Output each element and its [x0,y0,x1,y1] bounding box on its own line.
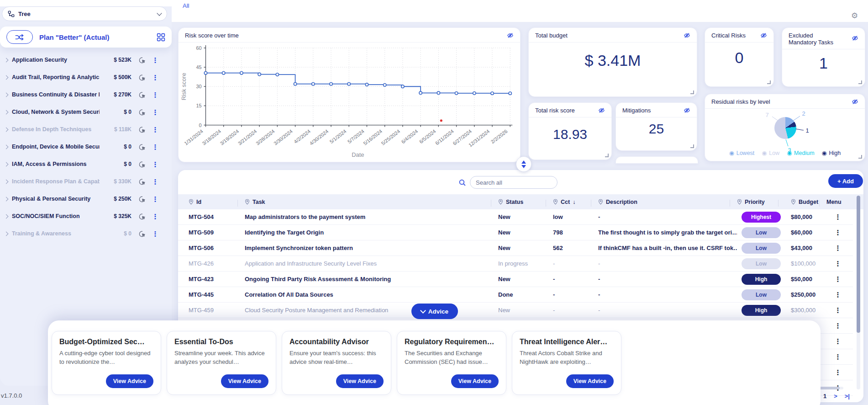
impact-pointer-icon[interactable] [138,143,146,151]
table-row[interactable]: MTG-445 Correlation Of All Data Sources … [178,287,853,303]
impact-pointer-icon[interactable] [138,56,146,64]
sidebar-item[interactable]: Defense In Depth Techniques $ 118K ⋮ [0,121,172,138]
table-row[interactable]: MTG-459 Cloud Security Posture Managemen… [178,303,853,318]
sidebar-item[interactable]: Business Continuity & Disaster Recovery … [0,86,172,103]
sort-desc-icon[interactable]: ↓ [573,199,575,205]
sidebar-item[interactable]: SOC/NOC/SIEM Function $ 325K ⋮ [0,208,172,225]
impact-pointer-icon[interactable] [138,126,146,133]
shuffle-plan-button[interactable] [6,30,33,44]
hide-widget-icon[interactable] [684,107,690,114]
kebab-menu-icon[interactable]: ⋮ [150,126,161,133]
sidebar-item[interactable]: Cloud, Network & System Security $ 0 ⋮ [0,103,172,121]
view-selector[interactable]: Tree [2,6,167,21]
impact-pointer-icon[interactable] [138,91,146,99]
hide-widget-icon[interactable] [760,32,767,39]
legend-item[interactable]: ◉ High [822,149,841,156]
chevron-right-icon[interactable] [4,214,9,218]
column-header-id[interactable]: Id [189,199,245,205]
sidebar-item[interactable]: IAM, Access & Permissions $ 0 ⋮ [0,155,172,173]
hide-widget-icon[interactable] [598,107,605,114]
advice-toggle-button[interactable]: Advice [411,304,458,319]
kebab-menu-icon[interactable]: ⋮ [150,74,161,81]
kebab-menu-icon[interactable]: ⋮ [150,196,161,202]
row-menu-icon[interactable]: ⋮ [835,369,842,376]
table-row[interactable]: MTG-509 Identifying the Target Origin Ne… [178,225,853,240]
view-advice-button[interactable]: View Advice [221,374,268,388]
scrollbar-thumb[interactable] [857,196,860,333]
view-advice-button[interactable]: View Advice [566,374,614,388]
chevron-right-icon[interactable] [4,92,9,97]
view-advice-button[interactable]: View Advice [336,374,384,388]
chevron-right-icon[interactable] [4,110,9,114]
row-menu-icon[interactable]: ⋮ [835,229,842,236]
impact-pointer-icon[interactable] [138,108,146,116]
legend-item[interactable]: ◉ Medium [787,149,814,156]
table-row[interactable]: MTG-506 Implement Synchronizer token pat… [178,240,853,256]
row-menu-icon[interactable]: ⋮ [835,276,842,282]
table-row[interactable]: MTG-504 Map administrators to the paymen… [178,209,853,225]
kebab-menu-icon[interactable]: ⋮ [150,144,161,150]
chevron-right-icon[interactable] [4,127,9,132]
search-input[interactable] [470,176,558,189]
kebab-menu-icon[interactable]: ⋮ [150,213,161,220]
kebab-menu-icon[interactable]: ⋮ [150,91,161,98]
column-header-task[interactable]: Task [245,199,498,205]
hide-widget-icon[interactable] [684,32,690,39]
impact-pointer-icon[interactable] [138,160,146,168]
kebab-menu-icon[interactable]: ⋮ [150,109,161,116]
page-number[interactable]: 1 [823,393,826,400]
column-header-cct[interactable]: Cct↓ [553,199,598,205]
column-header-status[interactable]: Status [498,199,553,205]
view-advice-button[interactable]: View Advice [106,374,153,388]
chevron-right-icon[interactable] [4,144,9,149]
hide-widget-icon[interactable] [507,32,514,39]
panel-resize-spinner[interactable] [516,156,531,172]
row-menu-icon[interactable]: ⋮ [835,322,842,329]
kebab-menu-icon[interactable]: ⋮ [150,161,161,168]
table-row[interactable]: MTG-426 Application and Infrastructure S… [178,256,853,272]
impact-pointer-icon[interactable] [138,195,146,203]
sidebar-item[interactable]: Incident Response Plan & Capabilities $ … [0,173,172,190]
last-page-icon[interactable]: >| [845,393,850,400]
hide-widget-icon[interactable] [852,35,858,42]
add-button[interactable]: + Add [828,174,863,188]
legend-item[interactable]: ◉ Lowest [729,149,755,156]
sidebar-item[interactable]: Audit Trail, Reporting & Analytics $ 500… [0,69,172,86]
row-menu-icon[interactable]: ⋮ [835,291,842,298]
grid-view-icon[interactable] [157,33,165,42]
gear-icon[interactable]: ⚙ [851,11,858,21]
impact-pointer-icon[interactable] [138,178,146,186]
table-row[interactable]: MTG-423 Ongoing Third Party Risk Assessm… [178,272,853,287]
kebab-menu-icon[interactable]: ⋮ [150,230,161,237]
row-menu-icon[interactable]: ⋮ [835,260,842,267]
impact-pointer-icon[interactable] [138,74,146,81]
kebab-menu-icon[interactable]: ⋮ [150,57,161,64]
view-advice-button[interactable]: View Advice [451,374,499,388]
sidebar-item[interactable]: Application Security $ 523K ⋮ [0,51,172,69]
row-menu-icon[interactable]: ⋮ [835,213,842,220]
chevron-right-icon[interactable] [4,58,9,62]
column-header-description[interactable]: Description [598,199,737,205]
chevron-right-icon[interactable] [4,231,9,236]
chevron-right-icon[interactable] [4,179,9,184]
hide-widget-icon[interactable] [852,98,858,105]
row-menu-icon[interactable]: ⋮ [835,353,842,360]
tab-all[interactable]: All [183,2,189,9]
kebab-menu-icon[interactable]: ⋮ [150,178,161,185]
vertical-scrollbar[interactable] [857,196,860,389]
row-menu-icon[interactable]: ⋮ [835,245,842,251]
impact-pointer-icon[interactable] [138,213,146,220]
legend-item[interactable]: ◉ Low [762,149,779,156]
row-menu-icon[interactable]: ⋮ [835,338,842,345]
next-page-icon[interactable]: > [834,393,837,400]
sidebar-item[interactable]: Training & Awareness $ 0 ⋮ [0,225,172,242]
advice-panel: Budget-Optimized Sec… A cutting-edge cyb… [48,320,821,405]
sidebar-item[interactable]: Physical & Personal Security $ 250K ⋮ [0,190,172,208]
chevron-right-icon[interactable] [4,197,9,201]
column-header-budget[interactable]: Budget [785,199,826,205]
impact-pointer-icon[interactable] [138,230,146,238]
sidebar-item[interactable]: Endpoint, Device & Mobile Security $ 0 ⋮ [0,138,172,155]
chevron-right-icon[interactable] [4,75,9,80]
chevron-right-icon[interactable] [4,162,9,166]
row-menu-icon[interactable]: ⋮ [835,307,842,314]
